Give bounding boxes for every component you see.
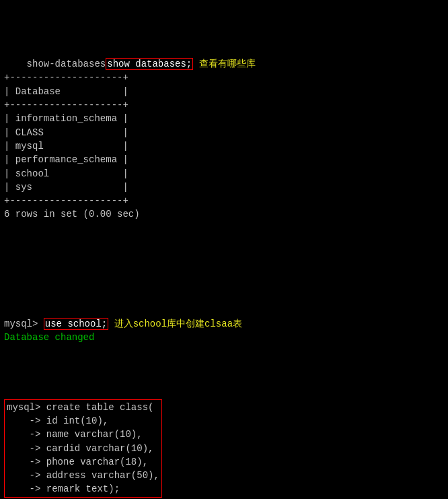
section-use-school: mysql> use school; 进入school库中创建clsaa表 Da… [4,304,444,358]
section-show-databases: show-databasesshow databases; 查看有哪些库 +--… [4,44,444,248]
db-perf-schema: | performance_schema | [4,154,128,165]
db-mysql: | mysql | [4,141,128,152]
db-school: | school | [4,168,128,179]
db-class: | CLASS | [4,127,128,138]
output-line-end: +--------------------+ [4,195,128,206]
db-changed: Database changed [4,332,94,343]
output-line-1: +--------------------+ [4,72,128,83]
cmd-show-databases: show databases; [106,58,193,70]
rows-info-1: 6 rows in set (0.00 sec) [4,209,140,220]
prompt-2: mysql> [4,319,44,329]
prompt-3: mysql> [7,402,46,413]
db-info-schema: | information_schema | [4,113,128,124]
section-create-table: mysql> create table class( -> id int(10)… [4,385,444,499]
cmd-use-school: use school; [44,318,108,330]
terminal-window: show-databasesshow databases; 查看有哪些库 +--… [4,3,444,499]
db-sys: | sys | [4,182,128,193]
output-line-3: +--------------------+ [4,100,128,110]
output-line-2: | Database | [4,86,128,97]
comment-use-school: 进入school库中创建clsaa表 [114,319,242,329]
create-box: mysql> create table class( -> id int(10)… [4,399,162,498]
comment-show-databases: 查看有哪些库 [199,59,256,69]
prompt-1: show-databases [27,59,106,69]
